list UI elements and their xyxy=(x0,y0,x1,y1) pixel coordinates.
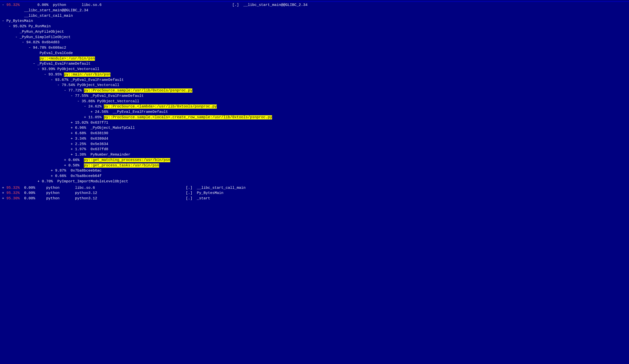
tree-line: + 3.34% 0x6380d4 xyxy=(2,136,627,142)
tree-line: - 79.54% PyObject_Vectorcall xyxy=(2,83,627,88)
tree-line: - 24.62% py::ProcSource.<lambda>:/usr/li… xyxy=(2,104,627,109)
tree-line: - 94.78% 0x608ac2 xyxy=(2,45,627,51)
tree-line: - 77.55% _PyEval_EvalFrameDefault xyxy=(2,93,627,99)
tree-line: + 0.58% py::get_process_tasks:/usr/bin/p… xyxy=(2,163,627,168)
tree-line: + 1.38% PyNumber_Remainder xyxy=(2,152,627,158)
tree-line: + 0.66% py::get_matching_processes:/usr/… xyxy=(2,158,627,163)
bottom-line: + 95.32% 0.00% python python3.12 [.] Py_… xyxy=(2,190,627,196)
tree-line: + 2.25% 0x5e3634 xyxy=(2,142,627,147)
tree-line: - 93.67% _PyEval_EvalFrameDefault xyxy=(2,78,627,83)
tree-line: - 95.02% Py_RunMain xyxy=(2,24,627,29)
tree-line: - 77.72% py::ProcSource.sample:/usr/lib/… xyxy=(2,88,627,93)
tree-line: + 6.68% 0x638190 xyxy=(2,131,627,136)
tree-line: __libc_start_main@@GLIBC_2.34 xyxy=(2,8,627,13)
tree-line: PyEval_EvalCode xyxy=(2,51,627,56)
content-area: - 95.32% 0.00% python libc.so.6 [.] __li… xyxy=(0,2,629,185)
tree-line: py::<module>:/usr/bin/psn xyxy=(2,56,627,61)
bottom-line: + 95.32% 0.00% python libc.so.6 [.] __li… xyxy=(2,185,627,191)
tree-line: _PyRun_AnyFileObject xyxy=(2,29,627,35)
bottom-lines-area: + 95.32% 0.00% python libc.so.6 [.] __li… xyxy=(0,185,629,202)
tree-line: + 24.56% __PyEval_EvalFrameDefault xyxy=(2,109,627,115)
tree-line: - _PyRun_SimpleFileObject xyxy=(2,35,627,40)
bottom-line: + 95.30% 0.00% python python3.12 [.] _st… xyxy=(2,196,627,201)
tree-line: - 94.82% 0x6b4d83 xyxy=(2,40,627,45)
tree-line: - Py_BytesMain xyxy=(2,18,627,24)
tree-line: - 93.99% PyObject_Vectorcall xyxy=(2,67,627,72)
tree-line: __libc_start_call_main xyxy=(2,13,627,19)
tree-line: - _PyEval_EvalFrameDefault xyxy=(2,61,627,67)
tree-line: + 15.02% 0x637f71 xyxy=(2,120,627,126)
tree-line: + 0.66% 0x7ba8bceeb64f xyxy=(2,174,627,179)
tree-line: - 93.95% py::main:/usr/bin/psn xyxy=(2,72,627,78)
tree-line: - 35.86% PyObject_Vectorcall xyxy=(2,99,627,104)
tree-line: + 1.97% 0x637fd8 xyxy=(2,147,627,152)
tree-line: + 9.87% 0x7ba8bceeb6ac xyxy=(2,168,627,174)
tree-line: - 95.32% 0.00% python libc.so.6 [.] __li… xyxy=(2,2,627,8)
tree-line: + 6.96% _PyObject_MakeTpCall xyxy=(2,125,627,131)
tree-line: + 0.70% PyImport_ImportModuleLevelObject xyxy=(2,179,627,184)
tree-line: + 11.05% py::ProcSource.sample.<locals>.… xyxy=(2,115,627,120)
